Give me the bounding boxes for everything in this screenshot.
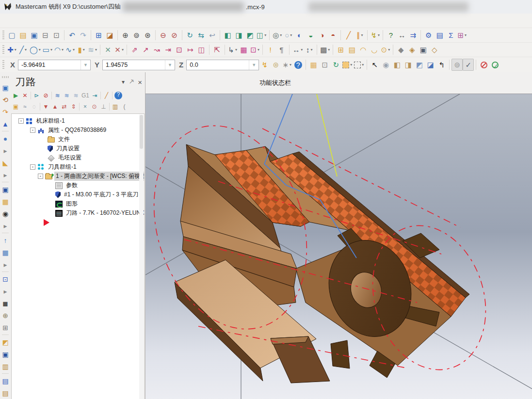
- fit-screen-button[interactable]: ⊞: [93, 29, 104, 41]
- select-all-operations-button[interactable]: ▶: [11, 90, 20, 100]
- tree-row-tool-settings[interactable]: 刀具设置: [12, 144, 144, 153]
- lock-operations-button[interactable]: ▣: [11, 101, 20, 112]
- strip-expand-2[interactable]: ▸: [0, 169, 11, 181]
- tool-display-button[interactable]: ⊥: [99, 101, 108, 112]
- open-file-button[interactable]: ▤: [17, 29, 29, 41]
- xform-scale-button[interactable]: ⊡: [174, 44, 185, 56]
- new-file-button[interactable]: ▢: [6, 29, 17, 41]
- tree-expand-toggle[interactable]: -: [30, 164, 35, 170]
- xform-copy-button[interactable]: ↗: [140, 44, 151, 56]
- create-cylinder-button[interactable]: ▮ ▾: [76, 44, 87, 56]
- strip-grid-button[interactable]: ⊞: [0, 321, 11, 334]
- select-in-button[interactable]: ⊡: [319, 59, 330, 71]
- strip-expand-4[interactable]: ▸: [0, 258, 11, 271]
- menu-model-prep[interactable]: [77, 19, 87, 23]
- print-preview-button[interactable]: ⊡: [51, 29, 62, 41]
- analyze-chain-button[interactable]: ⇉: [407, 29, 419, 41]
- zoom-target-button[interactable]: ⊚: [131, 29, 142, 41]
- strip-book-blue-button[interactable]: ▤: [0, 375, 11, 387]
- surface-revolved-button[interactable]: ⊙ ▾: [380, 44, 391, 56]
- tree-expand-toggle[interactable]: -: [30, 128, 35, 133]
- create-circle-button[interactable]: ◯ ▾: [29, 44, 42, 56]
- label-button[interactable]: ¶: [276, 44, 287, 56]
- strip-raise-button[interactable]: ↑: [0, 234, 11, 246]
- create-rect-button[interactable]: ▭ ▾: [42, 44, 53, 56]
- create-surface-button[interactable]: ≋ ▾: [87, 44, 98, 56]
- select-window-button[interactable]: ▾: [341, 59, 353, 71]
- tree-row-machine-group[interactable]: -机床群组-1: [12, 116, 144, 126]
- clear-selection-button[interactable]: ↻: [330, 59, 341, 71]
- menu-settings[interactable]: [130, 19, 141, 23]
- solid-shell-button[interactable]: ◈: [406, 44, 418, 56]
- strip-corner-button[interactable]: ◩: [0, 336, 11, 348]
- viewport-canvas[interactable]: [145, 94, 532, 399]
- attribute-color-button[interactable]: ╱: [343, 29, 354, 41]
- paren-button[interactable]: (: [120, 101, 129, 112]
- fence-button[interactable]: ▥: [111, 101, 120, 112]
- tree-row-geometry[interactable]: 图形: [12, 199, 144, 208]
- chevron-down-icon[interactable]: ▼: [165, 60, 175, 70]
- interrupt-button[interactable]: [478, 59, 489, 71]
- zoom-out-half-button[interactable]: ⊘: [169, 29, 180, 41]
- strip-gnomon-button[interactable]: ▲: [0, 118, 11, 130]
- single-display-button[interactable]: ×: [81, 101, 90, 112]
- xform-translate-button[interactable]: ⇗: [129, 44, 140, 56]
- strip-rows-button[interactable]: ▥: [0, 360, 11, 372]
- menu-create[interactable]: [55, 19, 66, 23]
- move-insert-button[interactable]: ⇄: [60, 101, 69, 112]
- view-iso-button[interactable]: ◫ ▾: [256, 29, 267, 41]
- send-machine-button[interactable]: ⇥: [90, 90, 99, 100]
- zoom-dynamic-button[interactable]: ⊛: [142, 29, 153, 41]
- strip-frame-button[interactable]: ⊡: [0, 273, 11, 285]
- rectangular-array-button[interactable]: ▦: [238, 44, 249, 56]
- select-last-button[interactable]: ▦: [308, 59, 319, 71]
- menu-xform[interactable]: [87, 19, 98, 23]
- create-fillet-button[interactable]: ◠ ▾: [53, 44, 64, 56]
- shaded-button[interactable]: ◒: [305, 29, 316, 41]
- xform-mirror-button[interactable]: ◫: [196, 44, 207, 56]
- dynamic-gnomon-button[interactable]: ⇱: [211, 44, 223, 56]
- axis-point-button[interactable]: ∗ ▾: [281, 59, 292, 71]
- strip-regen-button[interactable]: ⟲: [0, 94, 11, 106]
- strip-lens-button[interactable]: ◉: [0, 207, 11, 220]
- select-edge-button[interactable]: ◩: [414, 59, 425, 71]
- zoom-out-button[interactable]: ⊖: [158, 29, 169, 41]
- menu-screen[interactable]: [119, 19, 130, 23]
- repaint-button[interactable]: ◪: [104, 29, 115, 41]
- autocursor-settings-button[interactable]: ⊛: [270, 59, 281, 71]
- menu-help[interactable]: [141, 19, 151, 23]
- menu-machine-type[interactable]: [98, 19, 109, 23]
- post-g1-button[interactable]: G1: [81, 90, 90, 100]
- surface-net-button[interactable]: ⊞: [335, 44, 346, 56]
- strip-sphere-button[interactable]: ●: [0, 132, 11, 144]
- solid-draft-button[interactable]: ◇: [429, 44, 440, 56]
- chevron-down-icon[interactable]: ▼: [249, 60, 258, 70]
- create-spline-button[interactable]: ∿ ▾: [64, 44, 76, 56]
- menu-file[interactable]: [13, 19, 23, 23]
- pan-view-button[interactable]: ⇆: [195, 29, 207, 41]
- move-down-button[interactable]: ▼: [41, 101, 50, 112]
- tree-row-toolpath-group[interactable]: -刀具群组-1: [12, 162, 144, 172]
- select-undo-button[interactable]: ↰: [436, 59, 447, 71]
- graphics-viewport[interactable]: [145, 94, 532, 399]
- print-button[interactable]: ⊟: [40, 29, 51, 41]
- undo-button[interactable]: ↶: [66, 29, 78, 41]
- strip-cube-blue-button[interactable]: ▣: [0, 183, 11, 195]
- tree-row-operation-1[interactable]: -1 - 两曲面之间渐变 - [WCS: 俯视图]: [12, 172, 144, 181]
- create-line-button[interactable]: ╱ ▾: [17, 44, 29, 56]
- tree-insert-position[interactable]: [12, 218, 144, 227]
- save-button[interactable]: ▣: [29, 29, 40, 41]
- xform-dynamic-button[interactable]: ↝: [151, 44, 162, 56]
- x-coordinate-input[interactable]: -5.96491 ▼: [18, 60, 91, 70]
- close-icon[interactable]: ×: [138, 78, 142, 86]
- tree-row-files[interactable]: 文件: [12, 135, 144, 144]
- solid-fillet-button[interactable]: ◆: [395, 44, 406, 56]
- move-up-button[interactable]: ▲: [50, 101, 60, 112]
- strip-redo-arc-button[interactable]: ↷: [0, 106, 11, 118]
- shaded-edges-button[interactable]: ◑: [316, 29, 327, 41]
- divide-button[interactable]: ✕ ▾: [113, 44, 125, 56]
- validate-selection-button[interactable]: ✓: [463, 59, 474, 71]
- run-addin-button[interactable]: ⚙: [423, 29, 434, 41]
- verify-selected-button[interactable]: ≋: [62, 90, 71, 100]
- tree-expand-toggle[interactable]: -: [18, 118, 24, 124]
